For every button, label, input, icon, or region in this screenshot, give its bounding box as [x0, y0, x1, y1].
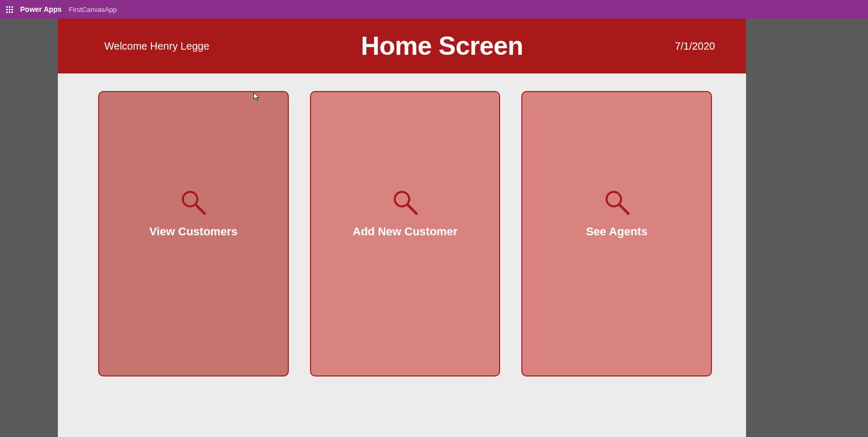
date-label: 7/1/2020	[675, 40, 715, 52]
power-apps-brand[interactable]: Power Apps	[20, 5, 61, 13]
tile-label: View Customers	[149, 225, 238, 238]
search-icon	[391, 188, 420, 219]
app-canvas: Welcome Henry Legge Home Screen 7/1/2020…	[58, 19, 746, 437]
add-new-customer-tile[interactable]: Add New Customer	[310, 91, 501, 376]
svg-line-3	[408, 205, 416, 214]
tile-label: See Agents	[586, 225, 647, 238]
see-agents-tile[interactable]: See Agents	[521, 91, 712, 376]
app-name-breadcrumb[interactable]: FirstCanvasApp	[69, 6, 116, 13]
power-apps-topbar: Power Apps FirstCanvasApp	[0, 0, 868, 19]
page-title: Home Screen	[361, 31, 523, 61]
svg-line-1	[196, 205, 205, 214]
tiles-container: View Customers Add New Customer See Agen…	[58, 73, 746, 376]
tile-label: Add New Customer	[353, 225, 458, 238]
search-icon	[602, 188, 631, 219]
search-icon	[179, 188, 208, 219]
svg-line-5	[619, 205, 628, 214]
app-launcher-icon[interactable]	[6, 6, 13, 13]
app-header: Welcome Henry Legge Home Screen 7/1/2020	[58, 19, 746, 73]
welcome-text: Welcome Henry Legge	[104, 40, 209, 52]
view-customers-tile[interactable]: View Customers	[98, 91, 289, 376]
